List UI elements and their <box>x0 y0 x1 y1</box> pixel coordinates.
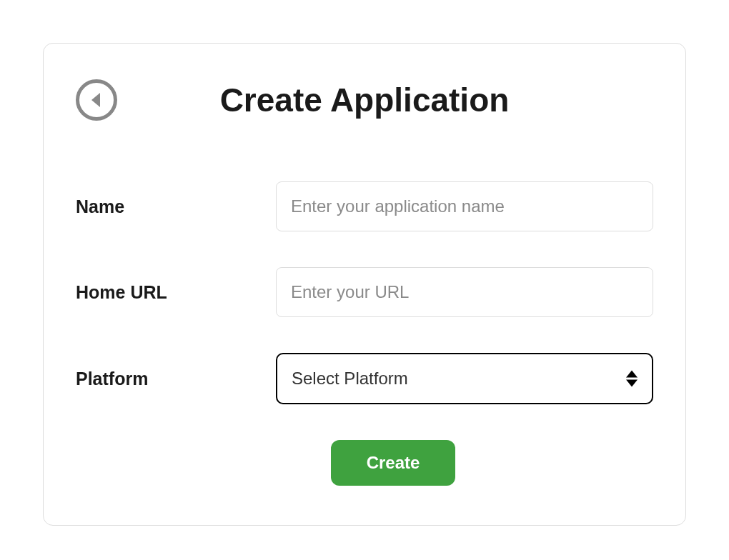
page-title: Create Application <box>76 79 653 121</box>
platform-control: Select Platform <box>276 353 653 404</box>
platform-label: Platform <box>76 369 276 389</box>
form-row-name: Name <box>76 181 653 231</box>
form-row-platform: Platform Select Platform <box>76 353 653 404</box>
back-button[interactable] <box>76 79 117 121</box>
name-label: Name <box>76 196 276 217</box>
home-url-control <box>276 267 653 317</box>
form-row-home-url: Home URL <box>76 267 653 317</box>
home-url-label: Home URL <box>76 282 276 303</box>
name-input[interactable] <box>276 181 653 231</box>
platform-selected-label: Select Platform <box>292 369 408 389</box>
create-application-card: Create Application Name Home URL Platfor… <box>43 43 686 526</box>
create-button[interactable]: Create <box>331 440 456 486</box>
header-row: Create Application <box>76 79 653 121</box>
platform-select-wrapper: Select Platform <box>276 353 653 404</box>
home-url-input[interactable] <box>276 267 653 317</box>
arrow-left-icon <box>89 91 102 109</box>
button-row: Create <box>76 440 653 486</box>
platform-select[interactable]: Select Platform <box>276 353 653 404</box>
name-control <box>276 181 653 231</box>
